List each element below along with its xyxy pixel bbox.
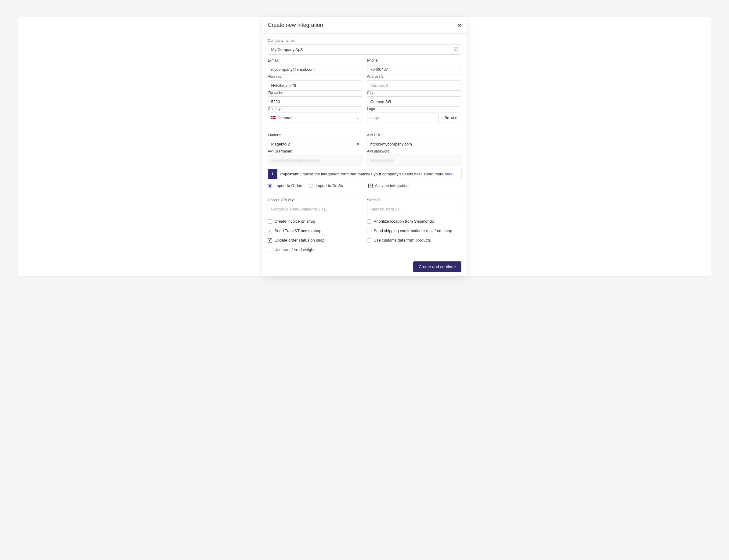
store-id-input[interactable] (367, 204, 462, 214)
activate-label: Activate integration (375, 183, 409, 188)
checkbox-checked-icon: ✓ (268, 238, 272, 242)
import-to-orders-radio[interactable]: Import to Orders (268, 183, 303, 188)
update-status-checkbox[interactable]: ✓ Update order status on shop (268, 238, 362, 242)
send-track-label: Send Track&Trace to shop (275, 228, 321, 233)
platform-label: Platform: (268, 133, 362, 137)
options-section: Google 2FA key: Store ID: Create invoice… (262, 193, 467, 257)
country-label: Country: (268, 107, 362, 111)
checkbox-icon (367, 229, 372, 233)
send-confirmation-label: Send shipping confirmation e-mail from s… (374, 228, 452, 233)
country-select[interactable]: Denmark ⌄ (268, 113, 362, 123)
city-input[interactable] (367, 96, 462, 107)
modal-header: Create new integration ✕ (262, 17, 467, 34)
platform-section: Platform: Magento 2 ▲▼ API URL: (262, 128, 467, 193)
info-body: Choose the integration form that matches… (298, 172, 445, 176)
api-url-label: API URL: (367, 133, 462, 137)
use-weight-checkbox[interactable]: Use transferred weight (268, 247, 362, 252)
country-value: Denmark (278, 116, 294, 120)
info-link[interactable]: here (445, 172, 453, 176)
logo-label: Logo: (367, 107, 462, 111)
use-customs-checkbox[interactable]: Use customs data from products (367, 238, 462, 242)
company-name-input[interactable] (268, 44, 462, 55)
zip-label: Zip code: (268, 91, 362, 95)
address2-input[interactable] (367, 80, 462, 91)
browse-button[interactable]: Browse (441, 113, 462, 123)
city-label: City: (367, 91, 462, 95)
checkbox-checked-icon: ✓ (268, 229, 272, 233)
use-weight-label: Use transferred weight (275, 247, 314, 252)
checkbox-icon (268, 248, 272, 252)
google-2fa-input[interactable] (268, 204, 362, 214)
api-username-label: API username: (268, 149, 362, 153)
api-url-input[interactable] (367, 139, 462, 149)
platform-value: Magento 2 (271, 142, 290, 146)
info-period: . (453, 172, 454, 176)
create-invoice-label: Create invoice on shop (275, 219, 315, 224)
google-2fa-label: Google 2FA key: (268, 198, 362, 202)
import-orders-label: Import to Orders (275, 183, 303, 188)
create-continue-button[interactable]: Create and continue (413, 261, 462, 272)
platform-select[interactable]: Magento 2 ▲▼ (268, 139, 362, 149)
address-label: Address: (268, 74, 362, 79)
address2-label: Address 2: (367, 74, 462, 79)
sort-arrows-icon: ▲▼ (357, 142, 359, 146)
prioritize-location-label: Prioritize location from Shipmondo (374, 219, 434, 224)
info-banner: i Important Choose the integration form … (268, 169, 462, 179)
api-password-label: API password: (367, 149, 462, 153)
info-strong: Important (280, 172, 299, 176)
modal-footer: Create and continue (262, 257, 467, 276)
chevron-down-icon: ⌄ (356, 116, 359, 120)
company-section: Company name: (262, 34, 467, 128)
radio-selected-icon (268, 184, 272, 188)
phone-label: Phone: (367, 58, 462, 63)
send-track-checkbox[interactable]: ✓ Send Track&Trace to shop (268, 228, 362, 233)
contact-card-icon (454, 47, 458, 52)
company-name-label: Company name: (268, 38, 462, 43)
use-customs-label: Use customs data from products (374, 238, 431, 242)
checkbox-icon (367, 238, 372, 242)
flag-dk-icon (271, 116, 275, 119)
checkbox-icon (268, 219, 272, 224)
create-invoice-checkbox[interactable]: Create invoice on shop (268, 219, 362, 224)
api-username-input[interactable]: mycompanymagentoapikey (268, 155, 362, 165)
email-label: E-mail: (268, 58, 362, 63)
svg-rect-0 (454, 47, 458, 51)
info-text: Important Choose the integration form th… (277, 169, 461, 179)
zip-input[interactable] (268, 96, 362, 107)
activate-integration-checkbox[interactable]: ✓ Activate integration (368, 183, 462, 188)
prioritize-location-checkbox[interactable]: Prioritize location from Shipmondo (367, 219, 462, 224)
backdrop-card: Create new integration ✕ Company name: (18, 17, 711, 276)
send-confirmation-checkbox[interactable]: Send shipping confirmation e-mail from s… (367, 228, 462, 233)
checkbox-checked-icon: ✓ (368, 184, 373, 188)
info-icon: i (268, 169, 277, 179)
create-integration-modal: Create new integration ✕ Company name: (262, 17, 467, 276)
checkbox-icon (367, 219, 372, 224)
import-drafts-label: Import to Drafts (315, 183, 343, 188)
radio-unselected-icon (309, 184, 313, 188)
svg-point-1 (455, 48, 456, 49)
email-input[interactable] (268, 64, 362, 74)
address-input[interactable] (268, 80, 362, 91)
import-to-drafts-radio[interactable]: Import to Drafts (309, 183, 343, 188)
modal-title: Create new integration (268, 22, 323, 28)
phone-input[interactable] (367, 64, 462, 74)
store-id-label: Store ID: (367, 198, 462, 202)
update-status-label: Update order status on shop (275, 238, 325, 242)
api-password-input[interactable]: api password (367, 155, 462, 165)
logo-input[interactable] (367, 113, 439, 123)
close-icon[interactable]: ✕ (458, 23, 462, 27)
